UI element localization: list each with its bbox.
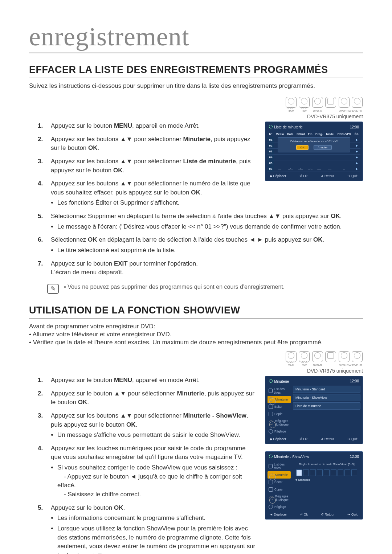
step-3: Appuyez sur les boutons ▲▼ pour sélectio… xyxy=(51,157,256,175)
s2-step-5-note1: Les informations concernant le programme… xyxy=(57,514,256,523)
section2-title: UTILISATION DE LA FONCTION SHOWVIEW xyxy=(29,305,363,319)
showview-code-input[interactable] xyxy=(293,469,360,476)
osd-clock: 12:00 xyxy=(350,125,359,129)
dvd-ram-icon xyxy=(269,379,273,383)
disc-dvd-plus-rw: DVD+RW xyxy=(339,97,350,108)
section1-model-note: DVD-VR375 uniquement xyxy=(29,114,363,119)
dvd-ram-icon xyxy=(269,455,273,458)
osd-timer-list: Liste de minuterie 12:00 N°MédiaDate Déb… xyxy=(265,122,363,181)
step-5: Sélectionnez Supprimer en déplaçant la b… xyxy=(51,212,363,231)
disc-icons-row-1: DVD-RAM DVD-RW DVD-R DVD+RW DVD+R xyxy=(29,97,363,108)
side-minuterie[interactable]: Minuterie xyxy=(268,396,291,403)
step-7: Appuyez sur le bouton EXIT pour terminer… xyxy=(51,259,363,277)
section1-intro: Suivez les instructions ci-dessous pour … xyxy=(29,82,363,90)
dvd-ram-icon xyxy=(269,125,273,128)
osd-sidebar: List des titres Minuterie Éditer Copie R… xyxy=(268,386,291,435)
step-4-note: Les fonctions Éditer et Supprimer s'affi… xyxy=(57,198,256,208)
side-list-titres[interactable]: List des titres xyxy=(268,386,291,396)
step-2: Appuyez sur les boutons ▲▼ pour sélectio… xyxy=(51,135,256,153)
step-5-note: Le message à l'écran: ("Désirez-vous eff… xyxy=(57,222,363,231)
side-reglage[interactable]: Réglage xyxy=(268,503,291,510)
menu-item-showview[interactable]: Minuterie - ShowView xyxy=(293,394,360,401)
side-reglages-disque[interactable]: Réglages du disque xyxy=(268,418,291,428)
disc-dvd-r: DVD-R xyxy=(312,351,323,362)
step-1: Appuyez sur le bouton MENU, appareil en … xyxy=(51,122,256,131)
disc-dvd-plus-r: DVD+R xyxy=(352,351,363,362)
osd-minuterie-menu: Minuterie 12:00 List des titres Minuteri… xyxy=(265,376,363,444)
section2-steps: Appuyez sur le bouton MENU, appareil en … xyxy=(29,376,256,554)
s2-step-1: Appuyez sur le bouton MENU, appareil en … xyxy=(51,376,256,385)
section2-model-note: DVD-VR375 uniquement xyxy=(29,368,363,374)
dialog-ok-button[interactable]: OK xyxy=(296,145,309,150)
side-reglage[interactable]: Réglage xyxy=(268,428,291,435)
confirm-dialog: Désirez-vous effacer le << n° 01 >>? OK … xyxy=(278,137,350,152)
dialog-cancel-button[interactable]: Annuler xyxy=(314,145,332,150)
note-text: Vous ne pouvez pas supprimer des program… xyxy=(64,284,285,290)
step-6: Sélectionnez OK en déplaçant la barre de… xyxy=(51,235,363,255)
note-icon: ✎ xyxy=(47,284,59,294)
menu-item-standard[interactable]: Minuterie - Standard xyxy=(293,386,360,393)
side-reglages-disque[interactable]: Réglages du disque xyxy=(268,493,291,503)
side-list-titres[interactable]: List des titres xyxy=(268,461,291,471)
osd-sidebar: List des titres Minuterie Éditer Copie R… xyxy=(268,461,291,510)
osd-clock: 12:00 xyxy=(350,455,359,459)
showview-prompt: Régler le numéro de code ShowView. [0~9] xyxy=(293,461,360,467)
section1-steps: Appuyez sur le bouton MENU, appareil en … xyxy=(29,122,256,208)
section1-steps-cont: Sélectionnez Supprimer en déplaçant la b… xyxy=(29,212,363,277)
disc-icons-row-2: DVD-RAM DVD-RW DVD-R DVD+RW DVD+R xyxy=(29,351,363,362)
menu-item-liste[interactable]: Liste de minuterie xyxy=(293,402,360,410)
section2-intro1: Avant de programmer votre enregistreur D… xyxy=(29,323,363,330)
s2-step-4-note: Si vous souhaitez corriger le code ShowV… xyxy=(57,463,256,499)
s2-step-4: Appuyez sur les touches numériques pour … xyxy=(51,444,256,499)
disc-hdd xyxy=(325,97,336,108)
s2-step-5-note2: Lorsque vous utilisez la fonction ShowVi… xyxy=(57,524,256,554)
s2-step-3-note: Un message s'affiche vous permettant de … xyxy=(57,431,256,440)
disc-dvd-plus-rw: DVD+RW xyxy=(339,351,350,362)
disc-dvd-r: DVD-R xyxy=(312,97,323,108)
osd-clock: 12:00 xyxy=(350,379,359,383)
disc-dvd-rw: DVD-RW xyxy=(299,351,310,362)
disc-dvd-plus-r: DVD+R xyxy=(352,97,363,108)
disc-dvd-ram: DVD-RAM xyxy=(286,97,297,108)
showview-standard: Standard xyxy=(294,478,359,481)
step-6-note: Le titre sélectionné est supprimé de la … xyxy=(57,246,363,255)
section2-intro3: • Vérifiez que la date et l'heure sont e… xyxy=(29,339,363,346)
step-4: Appuyez sur les boutons ▲▼ pour sélectio… xyxy=(51,179,256,208)
side-copie[interactable]: Copie xyxy=(268,410,291,418)
osd-showview-entry: Minuterie - ShowView 12:00 List des titr… xyxy=(265,451,363,520)
s2-step-2: Appuyez sur le bouton ▲▼ pour sélectionn… xyxy=(51,389,256,407)
page-header: enregistrement xyxy=(29,22,363,53)
disc-hdd xyxy=(325,351,336,362)
side-minuterie[interactable]: Minuterie xyxy=(268,471,291,479)
disc-dvd-rw: DVD-RW xyxy=(299,97,310,108)
section1-title: EFFACER LA LISTE DES ENREGISTREMENTS PRO… xyxy=(29,64,363,78)
s2-step-3: Appuyez sur les boutons ▲▼ pour sélectio… xyxy=(51,411,256,440)
disc-dvd-ram: DVD-RAM xyxy=(286,351,297,362)
section2-intro2: • Allumez votre téléviseur et votre enre… xyxy=(29,331,363,338)
s2-step-5: Appuyez sur le bouton OK. Les informatio… xyxy=(51,504,256,554)
side-copie[interactable]: Copie xyxy=(268,486,291,493)
